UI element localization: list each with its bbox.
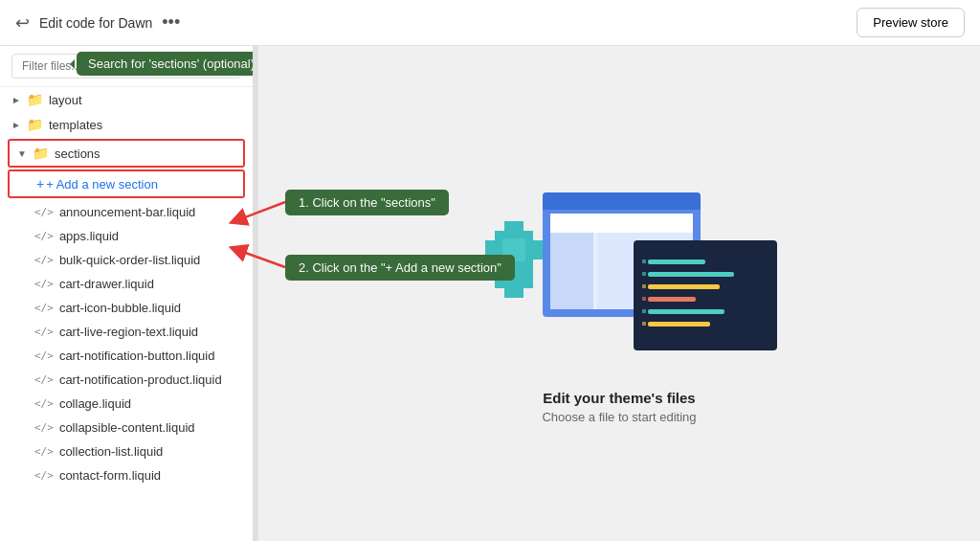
file-name: collapsible-content.liquid — [59, 420, 195, 435]
svg-rect-19 — [648, 272, 734, 277]
file-item[interactable]: </> collage.liquid — [0, 392, 253, 416]
folder-sections[interactable]: ▼ 📁 sections — [10, 141, 243, 166]
file-code-icon: </> — [34, 349, 54, 362]
file-code-icon: </> — [34, 206, 54, 218]
folder-icon: 📁 — [27, 117, 43, 132]
more-icon[interactable]: ••• — [162, 12, 180, 33]
svg-rect-27 — [642, 297, 646, 301]
file-code-icon: </> — [34, 469, 54, 482]
file-name: cart-icon-bubble.liquid — [59, 301, 181, 315]
svg-rect-21 — [648, 297, 696, 302]
folder-icon: 📁 — [27, 92, 43, 107]
file-name: cart-drawer.liquid — [59, 277, 154, 291]
file-item[interactable]: </> cart-notification-button.liquid — [0, 344, 253, 368]
svg-rect-14 — [550, 214, 693, 233]
page-title: Edit code for Dawn — [39, 15, 152, 31]
file-item[interactable]: </> cart-icon-bubble.liquid — [0, 296, 253, 320]
folder-label: sections — [55, 147, 100, 161]
folder-templates[interactable]: ► 📁 templates — [0, 112, 253, 137]
header-left: ↩ Edit code for Dawn ••• — [15, 12, 180, 34]
file-name: apps.liquid — [59, 229, 119, 243]
file-code-icon: </> — [34, 373, 54, 386]
file-item[interactable]: </> bulk-quick-order-list.liquid — [0, 248, 253, 272]
file-code-icon: </> — [34, 278, 54, 290]
folder-icon: 📁 — [33, 146, 49, 161]
svg-rect-18 — [648, 259, 705, 264]
file-name: bulk-quick-order-list.liquid — [59, 253, 200, 267]
file-item[interactable]: </> contact-form.liquid — [0, 463, 253, 487]
file-name: collection-list.liquid — [59, 444, 163, 459]
main-title: Edit your theme's files — [543, 390, 695, 406]
file-name: cart-notification-button.liquid — [59, 349, 215, 363]
file-name: announcement-bar.liquid — [59, 205, 195, 219]
file-item[interactable]: </> collapsible-content.liquid — [0, 416, 253, 440]
add-section-button[interactable]: + + Add a new section — [8, 169, 245, 198]
file-name: cart-live-region-text.liquid — [59, 325, 198, 339]
filter-bar: Search for 'sections' (optional) — [0, 46, 253, 87]
file-name: collage.liquid — [59, 396, 131, 411]
main-layout: Search for 'sections' (optional) ► 📁 lay… — [0, 46, 980, 541]
plus-icon: + — [36, 176, 44, 192]
file-item[interactable]: </> cart-notification-product.liquid — [0, 368, 253, 392]
svg-rect-25 — [642, 272, 646, 276]
file-code-icon: </> — [34, 302, 54, 314]
add-section-label: + Add a new section — [46, 177, 158, 192]
svg-rect-9 — [502, 238, 525, 261]
svg-rect-4 — [504, 221, 523, 231]
file-item[interactable]: </> cart-live-region-text.liquid — [0, 320, 253, 344]
sections-folder-box: ▼ 📁 sections — [8, 139, 245, 168]
folder-label: templates — [49, 118, 102, 132]
file-item[interactable]: </> announcement-bar.liquid — [0, 200, 253, 224]
file-code-icon: </> — [34, 445, 54, 458]
file-code-icon: </> — [34, 326, 54, 338]
chevron-icon: ▼ — [17, 148, 27, 159]
folder-label: layout — [49, 93, 82, 107]
file-code-icon: </> — [34, 397, 54, 410]
illustration — [447, 164, 791, 374]
filter-input[interactable] — [11, 54, 241, 79]
header: ↩ Edit code for Dawn ••• Preview store — [0, 0, 980, 46]
preview-store-button[interactable]: Preview store — [857, 8, 965, 37]
sidebar: Search for 'sections' (optional) ► 📁 lay… — [0, 46, 254, 541]
svg-rect-6 — [485, 240, 495, 259]
svg-rect-26 — [642, 284, 646, 288]
illustration-svg — [447, 164, 791, 374]
svg-rect-17 — [634, 240, 777, 350]
svg-rect-7 — [533, 240, 543, 259]
file-item[interactable]: </> collection-list.liquid — [0, 440, 253, 463]
svg-rect-22 — [648, 309, 724, 314]
svg-rect-29 — [642, 322, 646, 326]
svg-rect-24 — [642, 259, 646, 263]
svg-rect-15 — [550, 233, 593, 309]
file-code-icon: </> — [34, 421, 54, 434]
svg-rect-20 — [648, 284, 720, 289]
file-name: cart-notification-product.liquid — [59, 372, 222, 387]
chevron-icon: ► — [11, 95, 21, 105]
file-code-icon: </> — [34, 230, 54, 242]
svg-rect-23 — [648, 322, 710, 327]
svg-rect-8 — [504, 288, 523, 298]
folder-layout[interactable]: ► 📁 layout — [0, 87, 253, 112]
file-code-icon: </> — [34, 254, 54, 266]
file-item[interactable]: </> apps.liquid — [0, 224, 253, 248]
sections-folder-wrapper: ▼ 📁 sections — [4, 139, 249, 168]
back-icon[interactable]: ↩ — [15, 12, 30, 34]
main-subtitle: Choose a file to start editing — [542, 410, 696, 424]
main-content: Edit your theme's files Choose a file to… — [258, 46, 980, 541]
svg-rect-12 — [543, 206, 701, 210]
file-name: contact-form.liquid — [59, 468, 161, 483]
chevron-icon: ► — [11, 120, 21, 130]
file-item[interactable]: </> cart-drawer.liquid — [0, 272, 253, 296]
svg-rect-28 — [642, 309, 646, 313]
